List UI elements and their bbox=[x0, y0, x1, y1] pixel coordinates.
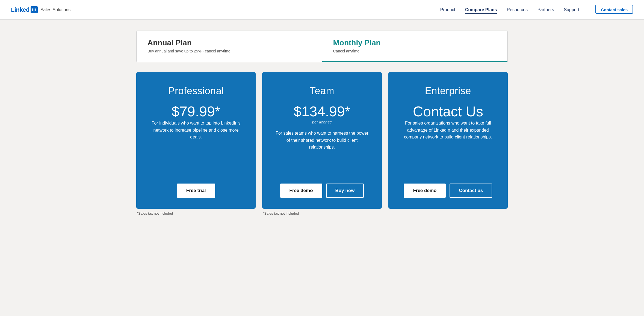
enterprise-tax-note bbox=[388, 211, 508, 215]
linkedin-logo: Linkedin bbox=[11, 6, 38, 13]
nav-links: Product Compare Plans Resources Partners… bbox=[440, 7, 633, 12]
team-free-demo-button[interactable]: Free demo bbox=[280, 184, 322, 198]
cards-row: Professional $79.99* For individuals who… bbox=[136, 72, 508, 209]
nav-item-contact-sales[interactable]: Contact sales bbox=[589, 7, 633, 12]
professional-tax-note: *Sales tax not included bbox=[136, 211, 256, 215]
professional-card-buttons: Free trial bbox=[177, 184, 215, 198]
team-card: Team $134.99* per license For sales team… bbox=[262, 72, 382, 209]
nav-item-product[interactable]: Product bbox=[440, 7, 455, 12]
plan-toggle: Annual Plan Buy annual and save up to 25… bbox=[136, 31, 508, 62]
nav-link-partners[interactable]: Partners bbox=[537, 7, 554, 13]
team-card-per-license: per license bbox=[312, 120, 332, 124]
enterprise-contact-us-button[interactable]: Contact us bbox=[450, 184, 492, 198]
nav-item-partners[interactable]: Partners bbox=[537, 7, 554, 12]
annual-plan-subtitle: Buy annual and save up to 25% - cancel a… bbox=[147, 49, 311, 53]
annual-plan-tab[interactable]: Annual Plan Buy annual and save up to 25… bbox=[137, 31, 322, 62]
nav-item-support[interactable]: Support bbox=[564, 7, 579, 12]
annual-plan-title: Annual Plan bbox=[147, 39, 311, 47]
nav-item-resources[interactable]: Resources bbox=[507, 7, 527, 12]
professional-card-desc: For individuals who want to tap into Lin… bbox=[150, 120, 243, 173]
monthly-plan-subtitle: Cancel anytime bbox=[333, 49, 497, 53]
team-buy-now-button[interactable]: Buy now bbox=[326, 184, 364, 198]
team-card-price: $134.99* bbox=[294, 104, 350, 119]
nav-link-product[interactable]: Product bbox=[440, 7, 455, 13]
linkedin-wordmark: Linked bbox=[11, 6, 29, 13]
nav-link-contact-sales[interactable]: Contact sales bbox=[595, 5, 633, 14]
professional-card: Professional $79.99* For individuals who… bbox=[136, 72, 256, 209]
monthly-plan-title: Monthly Plan bbox=[333, 39, 497, 47]
team-card-buttons: Free demo Buy now bbox=[280, 184, 364, 198]
main-content: Annual Plan Buy annual and save up to 25… bbox=[120, 20, 524, 226]
nav-item-compare-plans[interactable]: Compare Plans bbox=[465, 7, 497, 12]
nav-link-resources[interactable]: Resources bbox=[507, 7, 527, 13]
sales-tax-row: *Sales tax not included *Sales tax not i… bbox=[136, 211, 508, 215]
free-trial-button[interactable]: Free trial bbox=[177, 184, 215, 198]
team-card-name: Team bbox=[310, 85, 334, 97]
enterprise-card-price: Contact Us bbox=[413, 104, 483, 119]
team-card-desc: For sales teams who want to harness the … bbox=[276, 130, 368, 173]
monthly-plan-tab[interactable]: Monthly Plan Cancel anytime bbox=[322, 31, 508, 62]
enterprise-card: Enterprise Contact Us For sales organiza… bbox=[388, 72, 508, 209]
nav-link-compare-plans[interactable]: Compare Plans bbox=[465, 7, 497, 14]
enterprise-free-demo-button[interactable]: Free demo bbox=[404, 184, 446, 198]
nav-link-support[interactable]: Support bbox=[564, 7, 579, 13]
navbar: Linkedin Sales Solutions Product Compare… bbox=[0, 0, 644, 20]
enterprise-card-buttons: Free demo Contact us bbox=[404, 184, 492, 198]
enterprise-card-name: Enterprise bbox=[425, 85, 471, 97]
linkedin-in-box: in bbox=[31, 6, 38, 13]
brand-subtitle: Sales Solutions bbox=[40, 7, 70, 12]
team-tax-note: *Sales tax not included bbox=[262, 211, 382, 215]
enterprise-card-desc: For sales organizations who want to take… bbox=[401, 120, 494, 173]
professional-card-name: Professional bbox=[168, 85, 224, 97]
brand: Linkedin Sales Solutions bbox=[11, 6, 70, 13]
professional-card-price: $79.99* bbox=[172, 104, 220, 119]
